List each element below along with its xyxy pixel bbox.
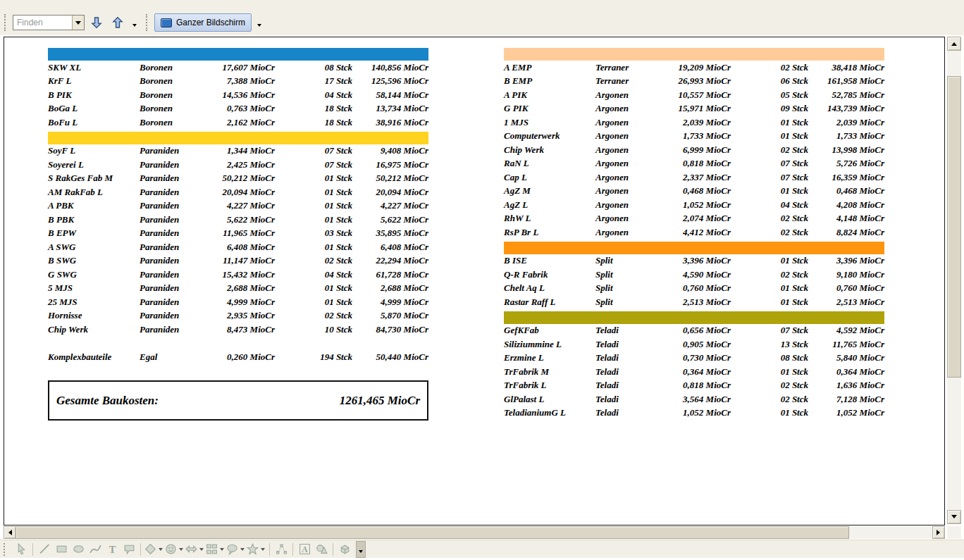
flowcharts-tool[interactable] [205, 542, 218, 557]
symbol-shapes-tool-dropdown[interactable] [178, 542, 185, 557]
cell-station: G PIK [504, 103, 595, 114]
scroll-down-button[interactable] [947, 510, 961, 524]
table-row[interactable]: A EMPTerraner19,209 MioCr02 Stck38,418 M… [504, 61, 884, 75]
cell-race: Argonen [595, 199, 662, 211]
scroll-right-button[interactable] [932, 526, 945, 539]
drawing-toolbar-grip[interactable] [4, 543, 8, 556]
table-row[interactable]: B SWGParaniden11,147 MioCr02 Stck22,294 … [48, 254, 428, 268]
vertical-scrollbar-thumb[interactable] [947, 76, 961, 378]
freeform-line-tool[interactable] [87, 542, 104, 557]
table-row[interactable]: RsP Br LArgonen4,412 MioCr02 Stck8,824 M… [504, 225, 884, 239]
cell-unit-price: 0,818 MioCr [662, 380, 731, 391]
find-input[interactable]: Finden [13, 18, 72, 27]
table-row[interactable]: Chip WerkParaniden8,473 MioCr10 Stck84,7… [48, 323, 428, 337]
table-row[interactable]: HornisseParaniden2,935 MioCr02 Stck5,870… [48, 309, 428, 323]
extrusion-tool[interactable] [336, 542, 353, 557]
table-row[interactable]: Erzmine LTeladi0,730 MioCr08 Stck5,840 M… [504, 351, 884, 366]
find-toolbar-options-button[interactable] [130, 14, 139, 31]
cell-total-price: 50,212 MioCr [352, 173, 428, 184]
callouts-tool[interactable] [121, 542, 137, 557]
table-row[interactable]: RaN LArgonen0,818 MioCr07 Stck5,726 MioC… [504, 157, 884, 171]
table-row[interactable]: 1 MJSArgonen2,039 MioCr01 Stck2,039 MioC… [504, 116, 884, 130]
table-row[interactable]: B EMPTerraner26,993 MioCr06 Stck161,958 … [504, 75, 884, 89]
cell-station: KrF L [48, 75, 140, 87]
table-row[interactable]: Q-R FabrikSplit4,590 MioCr02 Stck9,180 M… [504, 268, 884, 282]
table-row[interactable]: B EPWParaniden11,965 MioCr03 Stck35,895 … [48, 227, 428, 241]
stars-tool[interactable] [246, 542, 259, 557]
table-row[interactable]: SoyF LParaniden1,344 MioCr07 Stck9,408 M… [48, 144, 428, 158]
table-row[interactable]: KomplexbauteileEgal0,260 MioCr194 Stck50… [48, 351, 428, 365]
table-row[interactable]: G PIKArgonen15,971 MioCr09 Stck143,739 M… [504, 102, 884, 116]
table-row[interactable]: RhW LArgonen2,074 MioCr02 Stck4,148 MioC… [504, 212, 884, 226]
scroll-up-button[interactable] [947, 37, 961, 51]
cell-count: 07 Stck [731, 172, 808, 183]
table-row[interactable]: G SWGParaniden15,432 MioCr04 Stck61,728 … [48, 268, 428, 282]
find-next-button[interactable] [87, 13, 106, 32]
horizontal-scrollbar-thumb[interactable] [16, 526, 849, 539]
table-row[interactable]: ComputerwerkArgonen1,733 MioCr01 Stck1,7… [504, 130, 884, 144]
cell-station: A PBK [48, 200, 140, 211]
basic-shapes-tool-dropdown[interactable] [157, 542, 164, 557]
callout-shapes-tool-dropdown[interactable] [239, 542, 246, 557]
table-row[interactable]: B ISESplit3,396 MioCr01 Stck3,396 MioCr [504, 254, 884, 268]
points-tool[interactable] [273, 542, 290, 557]
cell-station: Chip Werk [504, 144, 595, 156]
table-row[interactable]: B PIKBoronen14,536 MioCr04 Stck58,144 Mi… [48, 88, 428, 102]
table-row[interactable]: AgZ MArgonen0,468 MioCr01 Stck0,468 MioC… [504, 185, 884, 199]
table-row[interactable]: BoGa LBoronen0,763 MioCr18 Stck13,734 Mi… [48, 102, 428, 116]
find-previous-button[interactable] [109, 13, 127, 32]
table-row[interactable]: A PBKParaniden4,227 MioCr01 Stck4,227 Mi… [48, 199, 428, 213]
basic-shapes-icon [144, 543, 156, 555]
table-row[interactable]: TrFabrik MTeladi0,364 MioCr01 Stck0,364 … [504, 365, 884, 379]
table-row[interactable]: Chip WerkArgonen6,999 MioCr02 Stck13,998… [504, 143, 884, 157]
table-row[interactable]: Rastar Raff LSplit2,513 MioCr01 Stck2,51… [504, 295, 884, 309]
callout-shapes-tool[interactable] [225, 542, 239, 557]
stars-tool-dropdown[interactable] [259, 542, 266, 557]
table-row[interactable]: GefKFabTeladi0,656 MioCr07 Stck4,592 Mio… [504, 324, 884, 338]
fullscreen-toggle-button[interactable]: Ganzer Bildschirm [154, 13, 252, 32]
cell-station: GlPalast L [504, 394, 595, 405]
fullscreen-toolbar-options-button[interactable] [254, 14, 264, 31]
table-row[interactable]: AgZ LArgonen1,052 MioCr04 Stck4,208 MioC… [504, 198, 884, 212]
block-arrows-tool[interactable] [185, 542, 198, 557]
find-combobox[interactable]: Finden [13, 15, 85, 30]
cell-unit-price: 6,999 MioCr [662, 144, 731, 156]
symbol-shapes-tool[interactable] [164, 542, 178, 557]
text-tool[interactable]: T [104, 542, 121, 557]
table-row[interactable]: B PBKParaniden5,622 MioCr01 Stck5,622 Mi… [48, 213, 428, 227]
table-row[interactable]: Cap LArgonen2,337 MioCr07 Stck16,359 Mio… [504, 170, 884, 185]
table-row[interactable]: AM RakFab LParaniden20,094 MioCr01 Stck2… [48, 185, 428, 199]
table-row[interactable]: BoFu LBoronen2,162 MioCr18 Stck38,916 Mi… [48, 116, 428, 130]
table-row[interactable]: Soyerei LParaniden2,425 MioCr07 Stck16,9… [48, 158, 428, 172]
table-row[interactable]: GlPalast LTeladi3,564 MioCr02 Stck7,128 … [504, 392, 884, 406]
combo-dropdown-button[interactable] [72, 15, 84, 30]
block-arrows-tool-dropdown[interactable] [198, 542, 205, 557]
table-row[interactable]: S RakGes Fab MParaniden50,212 MioCr01 St… [48, 172, 428, 186]
line-tool[interactable] [36, 542, 53, 557]
basic-shapes-tool[interactable] [144, 542, 157, 557]
section-header-bar [504, 48, 884, 61]
drawbar-options-button[interactable] [356, 541, 366, 558]
table-row[interactable]: Chelt Aq LSplit0,760 MioCr01 Stck0,760 M… [504, 282, 884, 296]
table-row[interactable]: TrFabrik LTeladi0,818 MioCr02 Stck1,636 … [504, 379, 884, 393]
cell-count: 07 Stck [275, 145, 352, 156]
table-row[interactable]: KrF LBoronen7,388 MioCr17 Stck125,596 Mi… [48, 75, 428, 89]
flowcharts-tool-dropdown[interactable] [218, 542, 225, 557]
from-file-tool[interactable] [313, 542, 330, 557]
table-row[interactable]: 5 MJSParaniden2,688 MioCr01 Stck2,688 Mi… [48, 282, 428, 296]
scroll-left-button[interactable] [4, 526, 16, 539]
select-tool[interactable] [13, 542, 30, 557]
vertical-scrollbar[interactable] [947, 37, 961, 524]
table-row[interactable]: A PIKArgonen10,557 MioCr05 Stck52,785 Mi… [504, 88, 884, 102]
ellipse-tool[interactable] [70, 542, 87, 557]
horizontal-scrollbar[interactable] [4, 526, 945, 539]
rectangle-tool[interactable] [53, 542, 70, 557]
fontwork-tool[interactable]: A [296, 542, 313, 557]
table-row[interactable]: 25 MJSParaniden4,999 MioCr01 Stck4,999 M… [48, 295, 428, 309]
table-row[interactable]: A SWGParaniden6,408 MioCr01 Stck6,408 Mi… [48, 240, 428, 254]
table-row[interactable]: Siliziummine LTeladi0,905 MioCr13 Stck11… [504, 337, 884, 351]
find-toolbar-grip[interactable] [4, 14, 9, 31]
table-row[interactable]: SKW XLBoronen17,607 MioCr08 Stck140,856 … [48, 61, 428, 75]
table-row[interactable]: TeladianiumG LTeladi1,052 MioCr01 Stck1,… [504, 406, 884, 421]
fullscreen-toolbar-grip[interactable] [146, 14, 151, 31]
